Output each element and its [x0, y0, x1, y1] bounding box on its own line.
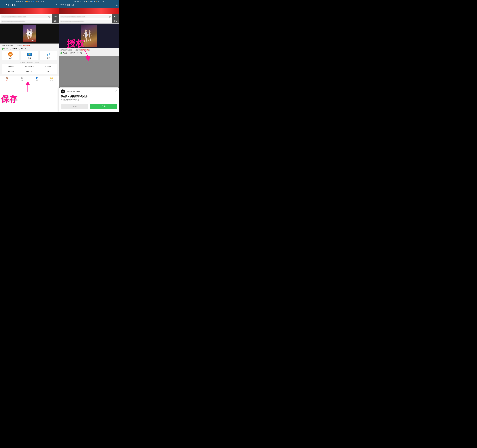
- svg-point-19: [85, 29, 87, 32]
- left-status-bar: 中国移动HD 4G⁺ .ill 🔽 1.7 K/s 🔵 👁 🔕 62 ✏ 17:…: [0, 0, 59, 2]
- left-nav-points-label: 积分: [36, 80, 38, 81]
- svg-line-29: [89, 37, 89, 41]
- left-phone-screen: 中国移动HD 4G⁺ .ill 🔽 1.7 K/s 🔵 👁 🔕 62 ✏ 17:…: [0, 0, 59, 112]
- left-menu-points[interactable]: 领取积分: [1, 69, 20, 74]
- left-radio-has-watermark[interactable]: 有水印: [10, 48, 17, 50]
- left-clear-btn-1[interactable]: ✕: [48, 16, 50, 18]
- left-download-label: 下载: [28, 57, 31, 59]
- left-play-button[interactable]: [27, 31, 32, 36]
- left-radio-circle-1[interactable]: [1, 48, 4, 50]
- left-video-duration: 00:17: [31, 40, 35, 41]
- left-radio-no-watermark-2[interactable]: 无水印2: [18, 48, 26, 50]
- right-radio-no-watermark-2[interactable]: 印2: [77, 52, 82, 54]
- left-radio-circle-3[interactable]: [18, 48, 20, 50]
- left-quality-label: 当前视频支持清晰度：: [1, 45, 15, 47]
- left-action-buttons: 去水印 解析 下载: [1, 51, 57, 60]
- right-radio-circle-1[interactable]: [60, 52, 62, 54]
- left-video-area: 00:17: [0, 24, 59, 43]
- right-radio-circle-3[interactable]: [77, 52, 79, 54]
- left-menu-history[interactable]: 解析历史: [20, 69, 39, 74]
- right-quality-note: （选择后需重新点击解析）: [75, 49, 91, 51]
- left-banner-blurred: [0, 8, 59, 14]
- left-parse-btn[interactable]: 去水印 解析: [1, 51, 19, 60]
- left-nav-more[interactable]: 🧭 更多: [44, 77, 59, 81]
- right-banner-blurred: [59, 8, 119, 14]
- left-menu-tutorial[interactable]: 使用教程: [1, 64, 20, 69]
- svg-line-24: [86, 37, 87, 42]
- left-more-icon[interactable]: ···: [53, 4, 54, 6]
- right-context-menu-1: 粘贴: [112, 14, 119, 19]
- left-refresh-btn[interactable]: 刷新: [39, 51, 57, 60]
- right-dialog-subtitle: 保存视频和图片到手机相册: [61, 99, 117, 101]
- right-dialog-app-icon: 抖抖: [61, 89, 65, 94]
- svg-line-22: [87, 33, 88, 35]
- left-menu-faq[interactable]: 常见问题: [39, 64, 57, 69]
- left-bottom-nav: 🏠 首页 🖼 图 👤 积分 🧭 更多: [0, 76, 59, 82]
- svg-line-11: [31, 34, 32, 38]
- left-radio-label-3: 无水印2: [21, 48, 26, 50]
- right-header-icons: ··· ⊙: [113, 4, 118, 6]
- left-points-icon: 👤: [36, 77, 38, 79]
- right-copy-btn[interactable]: 复制: [112, 19, 119, 23]
- left-download-btn[interactable]: 下载: [21, 51, 38, 60]
- svg-rect-26: [89, 32, 90, 37]
- right-target-icon[interactable]: ⊙: [116, 4, 118, 6]
- left-nav-more-label: 更多: [50, 80, 53, 81]
- left-menu-grid: 使用教程 手动下载教程 常见问题 领取积分 解析历史 设置: [1, 64, 57, 74]
- right-quality-row: 当前视频支持清晰度： （选择后需重新点击解析）: [60, 49, 118, 51]
- left-app-title: 抖抖去水印工具: [1, 4, 16, 6]
- svg-marker-16: [49, 54, 50, 55]
- left-input-2[interactable]: http://v.s. default.mgao.com/def/def/def…: [1, 20, 58, 23]
- left-context-menu-2: 复制: [52, 19, 59, 24]
- right-deny-button[interactable]: 拒绝: [61, 104, 88, 109]
- right-input-row-2: http://v.s. default.mgao.com/def/def/def…: [59, 19, 119, 24]
- right-allow-button[interactable]: 允许: [90, 104, 117, 109]
- svg-line-2: [26, 32, 27, 35]
- left-context-menu-1: 粘贴: [52, 14, 59, 19]
- right-phone-wrapper: 中国移动HD 4G⁺ .ill 🔽 4.4 K/s 🔵 👁 🔕 62 ✏ 17:…: [59, 0, 119, 112]
- right-radio-no-watermark[interactable]: 无水印: [60, 52, 67, 54]
- left-paste-btn[interactable]: 粘贴: [52, 15, 59, 18]
- left-nav-home[interactable]: 🏠 首页: [0, 77, 15, 81]
- right-radio-circle-2[interactable]: [69, 52, 71, 54]
- left-download-icon: [27, 52, 32, 57]
- left-quality-note: （选择后需重新点击解析）: [16, 45, 32, 47]
- left-nav-points[interactable]: 👤 积分: [30, 77, 44, 81]
- right-phone-screen: 中国移动HD 4G⁺ .ill 🔽 4.4 K/s 🔵 👁 🔕 62 ✏ 17:…: [59, 0, 119, 112]
- left-radio-circle-2[interactable]: [10, 48, 12, 50]
- left-radio-group: 无水印 有水印 无水印2: [1, 48, 57, 50]
- right-context-menu-2: 复制: [112, 19, 119, 24]
- right-clear-btn-1[interactable]: ✕: [109, 16, 111, 18]
- left-home-icon: 🏠: [6, 77, 9, 79]
- left-refresh-icon: [46, 52, 51, 57]
- left-header-icons: ··· ⊙: [53, 4, 57, 6]
- left-banner: [0, 8, 59, 14]
- left-nav-image-label: 图: [21, 80, 23, 81]
- right-radio-group: 无水印 有水印 印2: [60, 52, 118, 54]
- right-permission-dialog: 抖抖 抖抖去水印工具 申请 ⓘ 保存图片或视频到你的相册 保存视频和图片到手机相…: [59, 88, 119, 112]
- left-nav-home-label: 首页: [6, 80, 9, 81]
- svg-line-4: [27, 35, 27, 39]
- right-more-icon[interactable]: ···: [113, 4, 115, 6]
- svg-line-28: [90, 34, 92, 35]
- left-radio-label-2: 有水印: [12, 48, 17, 50]
- right-paste-btn[interactable]: 粘贴: [112, 15, 119, 18]
- left-radio-label-1: 无水印: [4, 48, 8, 50]
- left-refresh-label: 刷新: [47, 57, 50, 59]
- left-more-nav-icon: 🧭: [50, 77, 53, 79]
- left-copy-btn[interactable]: 复制: [52, 19, 59, 23]
- right-dialog-header: 抖抖 抖抖去水印工具 申请 ⓘ: [61, 89, 117, 94]
- left-target-icon[interactable]: ⊙: [56, 4, 57, 6]
- left-menu-manual-dl[interactable]: 手动下载教程: [20, 64, 39, 69]
- left-radio-no-watermark[interactable]: 无水印: [1, 48, 8, 50]
- left-menu-settings[interactable]: 设置: [39, 69, 57, 74]
- left-image-icon: 🖼: [21, 77, 23, 79]
- right-input-2[interactable]: http://v.s. default.mgao.com/def/def/def…: [60, 20, 118, 23]
- svg-line-5: [28, 35, 29, 39]
- left-nav-image[interactable]: 🖼 图: [15, 77, 30, 81]
- left-parse-label: 解析: [9, 57, 12, 59]
- left-video-thumbnail[interactable]: 00:17: [23, 25, 36, 42]
- right-radio-label-3: 印2: [79, 52, 82, 54]
- right-dialog-info-icon[interactable]: ⓘ: [115, 90, 117, 93]
- right-radio-has-watermark[interactable]: 有水印: [69, 52, 76, 54]
